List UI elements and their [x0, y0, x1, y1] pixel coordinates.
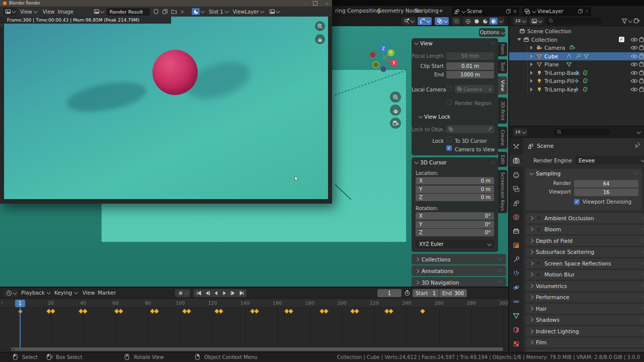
expander-icon[interactable] [530, 54, 533, 58]
window-title-bar[interactable]: Blender Render–× [0, 0, 332, 7]
keyframe[interactable] [324, 308, 329, 314]
disable-render-icon[interactable] [639, 53, 644, 59]
outliner-search-input[interactable] [545, 18, 602, 25]
prev-key-button[interactable] [203, 290, 211, 297]
disable-render-icon[interactable] [639, 45, 644, 51]
panel-indirect-lighting[interactable]: Indirect Lighting∷∷ [526, 326, 644, 336]
end-frame-field[interactable]: End300 [439, 289, 467, 297]
expander-icon[interactable] [530, 79, 533, 83]
properties-search-input[interactable] [553, 129, 610, 136]
navigation-gizmo[interactable]: Z Y X [366, 42, 403, 74]
properties-tab-texture[interactable] [509, 338, 523, 350]
scene-unlink-icon[interactable]: × [513, 9, 517, 14]
keyframe[interactable] [186, 308, 191, 314]
display-mode-dropdown[interactable] [513, 17, 527, 25]
panel-volumetrics[interactable]: Volumetrics∷∷ [526, 281, 644, 291]
hide-viewport-icon[interactable] [630, 54, 638, 59]
outliner-row[interactable]: TriLamp-Key [509, 85, 644, 94]
timeline-editor[interactable]: PlaybackKeyingViewMarker1Start1End300120… [0, 287, 508, 352]
open-image-icon[interactable] [171, 9, 177, 15]
panel-checkbox[interactable] [536, 215, 541, 221]
outliner-row[interactable]: Plane [509, 60, 644, 69]
properties-tab-data[interactable] [509, 310, 523, 322]
menu-marker[interactable]: Marker [98, 290, 116, 296]
close-button[interactable]: × [325, 1, 329, 6]
outliner-row[interactable]: Scene Collection [509, 27, 644, 36]
properties-tab-constraints[interactable] [509, 296, 523, 308]
render-engine-dropdown[interactable]: Eevee [576, 156, 644, 164]
keyframe[interactable] [354, 308, 360, 314]
expander-icon[interactable] [530, 46, 533, 50]
display-channels-dropdown[interactable] [269, 9, 279, 15]
menu-view[interactable]: View [83, 290, 95, 296]
mode-dropdown[interactable]: View [20, 9, 37, 15]
timeline-ruler[interactable] [0, 299, 508, 308]
snap-toggle[interactable] [401, 17, 416, 25]
properties-tab-particles[interactable] [509, 267, 523, 280]
panel-motion-blur[interactable]: Motion Blur∷∷ [526, 270, 644, 280]
keyframe[interactable] [288, 308, 293, 314]
properties-tab-physics[interactable] [509, 282, 523, 294]
camera-view-button[interactable] [390, 118, 401, 129]
workspace-tab-scripting[interactable]: Scripting [415, 8, 439, 14]
menu-playback[interactable]: Playback [21, 290, 50, 296]
outliner-row[interactable]: Collection✓ [509, 36, 644, 44]
sampling-value-field[interactable]: 16 [574, 189, 638, 196]
properties-context-dropdown[interactable] [513, 128, 527, 136]
overlays-toggle[interactable] [435, 17, 449, 25]
viewlayer-remove-icon[interactable]: × [585, 9, 589, 14]
collection-checkbox[interactable]: ✓ [619, 37, 624, 42]
shading-rendered[interactable] [490, 18, 498, 25]
timeline-scrollbar[interactable] [11, 347, 503, 351]
filter-button[interactable] [621, 18, 631, 24]
properties-tab-object[interactable] [509, 239, 523, 251]
keyframe[interactable] [388, 308, 393, 314]
keyframe[interactable] [118, 308, 123, 314]
channels-dropdown[interactable] [192, 8, 204, 15]
panel-checkbox[interactable] [536, 227, 541, 232]
menu-image[interactable]: Image [57, 9, 73, 15]
maximize-button[interactable] [313, 1, 317, 6]
layer-dropdown[interactable]: ViewLayer [233, 9, 264, 15]
workspace-tab--[interactable]: + [439, 8, 443, 14]
keyframe-selected[interactable] [18, 309, 23, 314]
image-name-field[interactable]: Render Result [107, 8, 150, 16]
sampling-value-field[interactable]: 64 [574, 180, 638, 188]
play-rev-button[interactable] [212, 290, 219, 297]
xray-toggle[interactable] [452, 17, 461, 25]
options-button[interactable]: Options [479, 28, 505, 37]
keyframe[interactable] [420, 308, 426, 314]
jump-start-button[interactable] [195, 290, 202, 297]
properties-editor[interactable]: SceneRender EngineEeveeSampling∷∷Render6… [508, 126, 644, 352]
timeline-expand-arrow[interactable]: › [1, 300, 3, 305]
outliner[interactable]: Scene CollectionCollection✓CameraCubePla… [508, 16, 644, 126]
fake-user-icon[interactable] [153, 9, 159, 15]
outliner-row[interactable]: Camera [509, 44, 644, 52]
hide-viewport-icon[interactable] [630, 78, 638, 83]
expander-icon[interactable] [530, 87, 533, 92]
filter-type-dropdown[interactable] [529, 17, 543, 25]
scene-selector[interactable]: Scene× [452, 7, 519, 16]
shading-solid[interactable] [472, 18, 480, 25]
region-expand-arrow[interactable]: › [1, 22, 3, 28]
panel-hair[interactable]: Hair∷∷ [526, 304, 644, 314]
panel-checkbox[interactable] [536, 272, 541, 278]
zoom-button[interactable] [390, 92, 401, 103]
panel-depth-of-field[interactable]: Depth of Field∷∷ [526, 236, 644, 246]
menu-view[interactable]: View [43, 9, 55, 15]
pin-icon[interactable] [634, 142, 640, 148]
disable-render-icon[interactable] [639, 70, 644, 76]
properties-tab-collection[interactable] [509, 225, 523, 237]
editor-type-dropdown[interactable] [4, 289, 18, 297]
panel-shadows[interactable]: Shadows∷∷ [526, 315, 644, 325]
auto-keyframe-toggle[interactable] [404, 290, 411, 296]
new-collection-button[interactable] [633, 18, 640, 24]
disable-render-icon[interactable] [639, 37, 644, 43]
disable-render-icon[interactable] [639, 78, 644, 84]
outliner-row[interactable]: TriLamp-Back [509, 69, 644, 77]
panel-performance[interactable]: Performance∷∷ [526, 293, 644, 303]
hide-viewport-icon[interactable] [630, 62, 638, 67]
outliner-row[interactable]: TriLamp-Fill [509, 77, 644, 85]
unlink-image-icon[interactable]: × [180, 9, 185, 15]
play-button[interactable] [220, 290, 228, 297]
